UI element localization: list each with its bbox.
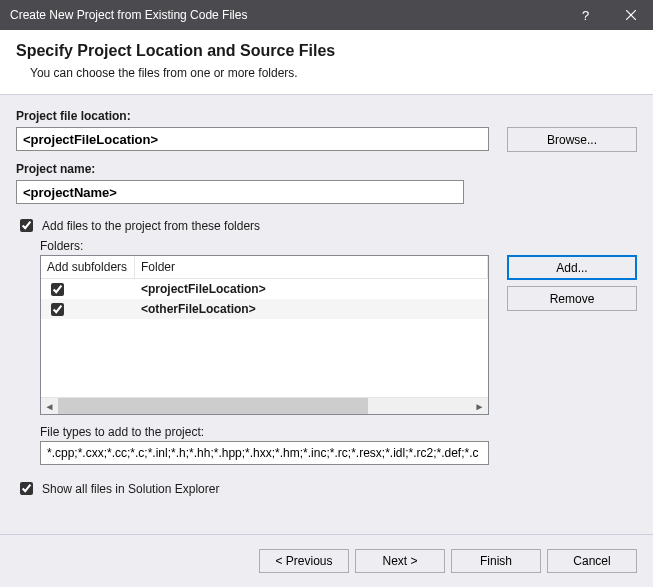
add-files-label: Add files to the project from these fold… (42, 219, 260, 233)
close-button[interactable] (608, 0, 653, 30)
close-icon (626, 10, 636, 20)
wizard-footer: < Previous Next > Finish Cancel (0, 534, 653, 587)
folders-listview[interactable]: Add subfolders Folder <projectFileLocati… (40, 255, 489, 415)
project-location-input[interactable] (16, 127, 489, 151)
row-folder-cell: <otherFileLocation> (135, 302, 488, 316)
wizard-body: Project file location: Browse... Project… (0, 95, 653, 534)
horizontal-scrollbar[interactable]: ◄ ► (41, 397, 488, 414)
add-folder-button[interactable]: Add... (507, 255, 637, 280)
project-name-label: Project name: (16, 162, 637, 176)
column-folder[interactable]: Folder (135, 256, 488, 278)
finish-button[interactable]: Finish (451, 549, 541, 573)
page-title: Specify Project Location and Source File… (16, 42, 637, 60)
window-titlebar: Create New Project from Existing Code Fi… (0, 0, 653, 30)
row-subfolders-checkbox[interactable] (51, 303, 64, 316)
wizard-banner: Specify Project Location and Source File… (0, 30, 653, 95)
scroll-thumb[interactable] (58, 398, 368, 414)
next-button[interactable]: Next > (355, 549, 445, 573)
filetypes-label: File types to add to the project: (40, 425, 489, 439)
row-folder-cell: <projectFileLocation> (135, 282, 488, 296)
show-all-files-checkbox[interactable] (20, 482, 33, 495)
project-location-label: Project file location: (16, 109, 637, 123)
page-subtitle: You can choose the files from one or mor… (30, 66, 637, 80)
cancel-button[interactable]: Cancel (547, 549, 637, 573)
column-add-subfolders[interactable]: Add subfolders (41, 256, 135, 278)
previous-button[interactable]: < Previous (259, 549, 349, 573)
row-subfolders-checkbox[interactable] (51, 283, 64, 296)
window-title: Create New Project from Existing Code Fi… (10, 8, 563, 22)
table-row[interactable]: <projectFileLocation> (41, 279, 488, 299)
scroll-left-icon[interactable]: ◄ (41, 398, 58, 415)
folders-label: Folders: (40, 239, 637, 253)
help-button[interactable]: ? (563, 0, 608, 30)
browse-button[interactable]: Browse... (507, 127, 637, 152)
table-row[interactable]: <otherFileLocation> (41, 299, 488, 319)
scroll-right-icon[interactable]: ► (471, 398, 488, 415)
project-name-input[interactable] (16, 180, 464, 204)
show-all-files-label: Show all files in Solution Explorer (42, 482, 219, 496)
listview-header: Add subfolders Folder (41, 256, 488, 279)
filetypes-input[interactable] (40, 441, 489, 465)
remove-folder-button[interactable]: Remove (507, 286, 637, 311)
add-files-checkbox[interactable] (20, 219, 33, 232)
